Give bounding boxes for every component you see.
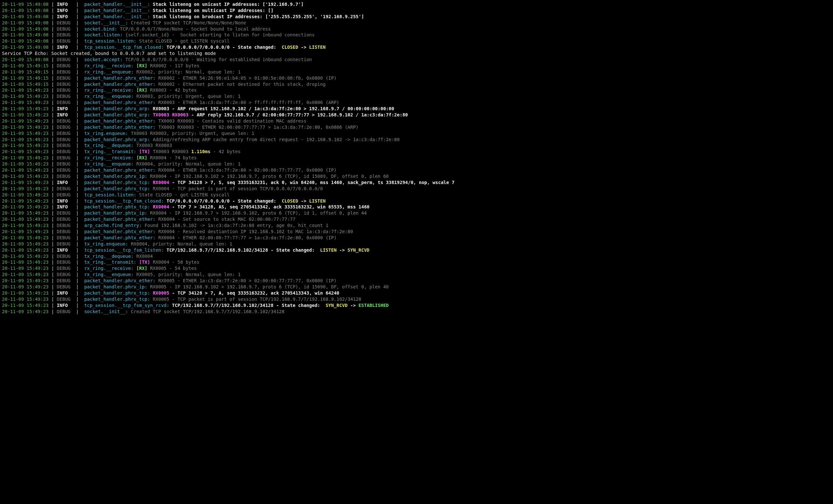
log-message: TX0003 [153, 112, 169, 117]
log-line: 20-11-09 15:49:23 | INFO | packet_handle… [2, 290, 831, 296]
log-source: rx_ring.__receive: [84, 266, 134, 271]
log-timestamp: 20-11-09 15:49:08 [2, 8, 48, 13]
log-level: DEBUG [57, 168, 74, 173]
log-source: arp_cache.find_entry: [84, 223, 142, 228]
log-message: RX0005 - TCP packet is part of session T… [150, 297, 361, 302]
log-source: packet_handler.phtx_ether: [84, 235, 156, 240]
log-timestamp: 20-11-09 15:49:23 [2, 106, 48, 111]
log-line: 20-11-09 15:49:23 | DEBUG | packet_handl… [2, 229, 831, 235]
log-level: DEBUG [57, 161, 74, 167]
log-message: TX0003 RX0003 - Contains valid destinati… [156, 118, 307, 124]
log-level: DEBUG [57, 39, 74, 44]
log-line: 20-11-09 15:49:23 | DEBUG | packet_handl… [2, 186, 831, 192]
log-timestamp: 20-11-09 15:49:23 [2, 259, 48, 265]
log-source: socket.accept: [84, 57, 123, 62]
log-message [150, 180, 152, 185]
log-message [150, 291, 152, 296]
log-timestamp: 20-11-09 15:49:23 [2, 186, 48, 191]
log-message: TX0003 RX0003, priority: Urgent, queue l… [128, 131, 255, 136]
log-source: packet_handler.__init__: [84, 8, 150, 13]
log-message: [TX] [139, 259, 150, 265]
log-message: RX0004 - Set source to stack MAC 02:00:0… [156, 217, 295, 222]
log-level: INFO [57, 14, 74, 19]
log-message: RX0004 - IP 192.168.9.7 > 192.168.9.102,… [147, 210, 367, 216]
log-message: RX0004, priorty: Normal, queue len: 1 [128, 241, 232, 247]
log-message: TCP/0.0.0.0/7/0.0.0.0/0 - State changed: [164, 45, 282, 50]
log-message [134, 87, 136, 93]
log-level: INFO [57, 8, 74, 13]
log-message: CLOSED [282, 45, 299, 50]
log-source: packet_handler.__init__: [84, 2, 150, 7]
log-source: packet_handler.__init__: [84, 14, 150, 19]
log-source: packet_handler.phtx_ip: [84, 210, 147, 216]
log-source: packet_handler.phtx_ether: [84, 217, 156, 222]
log-line: 20-11-09 15:49:23 | DEBUG | tx_ring.enqu… [2, 130, 831, 136]
log-line: 20-11-09 15:49:23 | INFO | tcp_session._… [2, 198, 831, 204]
log-message: -> [348, 303, 359, 308]
log-message: RX0003, priority: Urgent, queue len: 1 [134, 94, 241, 99]
log-level: INFO [57, 248, 74, 253]
log-level: DEBUG [57, 217, 74, 222]
log-level: DEBUG [57, 278, 74, 283]
log-source: packet_handler.phtx_ether: [84, 125, 156, 130]
log-message: RX0005 - ETHER 1a:c3:da:7f:2e:80 > 02:00… [156, 278, 336, 283]
log-level: DEBUG [57, 241, 74, 247]
log-timestamp: 20-11-09 15:49:23 [2, 223, 48, 228]
log-level: DEBUG [57, 100, 74, 105]
log-source: packet_handler.phrx_ether: [84, 75, 156, 81]
log-timestamp: 20-11-09 15:49:23 [2, 204, 48, 209]
log-line: 20-11-09 15:49:23 | INFO | packet_handle… [2, 204, 831, 210]
log-level: INFO [57, 180, 74, 185]
log-source: packet_handler.phrx_arp: [84, 106, 150, 111]
log-source: packet_handler.phtx_ether: [84, 118, 156, 124]
log-message: RX0003 - ARP request 192.168.9.102 / 1a:… [150, 106, 394, 111]
log-level: DEBUG [57, 229, 74, 234]
log-source: tcp_session.__tcp_fsm_listen: [84, 248, 164, 253]
log-level: INFO [57, 303, 74, 308]
log-timestamp: 20-11-09 15:49:23 [2, 180, 48, 185]
log-source: packet_handler.phrx_ip: [84, 174, 147, 179]
log-level: INFO [57, 198, 74, 204]
log-timestamp: 20-11-09 15:49:23 [2, 125, 48, 130]
log-line: 20-11-09 15:49:23 | DEBUG | rx_ring.__re… [2, 87, 831, 93]
log-timestamp: 20-11-09 15:49:15 [2, 82, 48, 87]
log-source: packet_handler.phtx_tcp: [84, 204, 150, 209]
log-message: Stack listenng on multicast IP addresses… [150, 8, 273, 13]
log-message: State CLOSED - got LISTEN syscall [136, 39, 230, 44]
log-level: INFO [57, 112, 74, 117]
log-line: 20-11-09 15:49:23 | DEBUG | packet_handl… [2, 124, 831, 130]
log-level: DEBUG [57, 87, 74, 93]
log-line: 20-11-09 15:49:08 | INFO | tcp_session._… [2, 44, 831, 50]
log-source: packet_handler.phrx_tcp: [84, 297, 150, 302]
log-message [134, 266, 136, 271]
log-line: 20-11-09 15:49:23 | INFO | tcp_session._… [2, 247, 831, 253]
log-level: DEBUG [57, 210, 74, 216]
log-source: rx_ring.__enqueue: [84, 69, 134, 74]
log-line: 20-11-09 15:49:15 | DEBUG | packet_handl… [2, 81, 831, 87]
log-source: rx_ring.__receive: [84, 87, 134, 93]
log-message: Found 192.168.9.102 -> 1a:c3:da:7f:2e:80… [142, 223, 328, 228]
log-message: LISTEN [320, 248, 337, 253]
log-timestamp: 20-11-09 15:49:23 [2, 309, 48, 314]
log-level: DEBUG [57, 266, 74, 271]
log-timestamp: 20-11-09 15:49:23 [2, 137, 48, 142]
log-message: [RX] [136, 266, 147, 271]
log-source: tcp_session.listen: [84, 39, 136, 44]
log-timestamp: 20-11-09 15:49:23 [2, 217, 48, 222]
log-line: 20-11-09 15:49:23 | DEBUG | rx_ring.__en… [2, 161, 831, 167]
log-line: 20-11-09 15:49:23 | DEBUG | packet_handl… [2, 173, 831, 179]
log-line: 20-11-09 15:49:15 | DEBUG | rx_ring.__re… [2, 63, 831, 69]
log-line: 20-11-09 15:49:23 | DEBUG | tx_ring.__tr… [2, 259, 831, 265]
log-level: DEBUG [57, 149, 74, 154]
log-level: DEBUG [57, 94, 74, 99]
log-source: packet_handler.phrx_arp: [84, 137, 150, 142]
log-message: 1.110ms [191, 149, 211, 154]
log-message: RX0004 - IP 192.168.9.102 > 192.168.9.7,… [147, 174, 389, 179]
log-message: RX0002 - ETHER 54:26:96:e1:b4:05 > 01:00… [156, 75, 336, 81]
log-timestamp: 20-11-09 15:49:23 [2, 155, 48, 160]
log-message: Created TCP socket TCP/None/None/None/No… [128, 20, 246, 25]
log-line: 20-11-09 15:49:23 | DEBUG | rx_ring.__re… [2, 265, 831, 272]
log-level: INFO [57, 45, 74, 50]
log-line: 20-11-09 15:49:23 | INFO | tcp_session._… [2, 302, 831, 308]
log-source: tcp_session.listen: [84, 192, 136, 197]
